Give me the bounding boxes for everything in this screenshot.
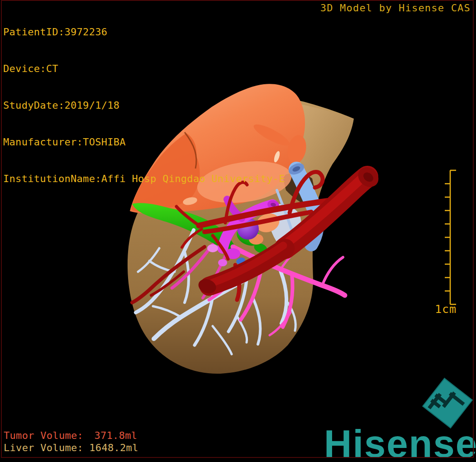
watermark-text: 3D Model by Hisense CAS bbox=[320, 2, 471, 14]
liver-volume-value: 1648.2ml bbox=[89, 442, 137, 454]
scale-bar bbox=[430, 164, 463, 313]
scale-bar-label: 1cm bbox=[429, 303, 462, 316]
tumor-volume-value: 371.8ml bbox=[89, 429, 137, 442]
device-line: Device:CT bbox=[3, 63, 285, 75]
institution-line: InstitutionName:Affi Hosp Qingdao Univer… bbox=[3, 173, 285, 185]
patient-info-overlay: PatientID:3972236 Device:CT StudyDate:20… bbox=[3, 1, 285, 209]
liver-volume-line: Liver Volume: 1648.2ml bbox=[4, 442, 137, 454]
cas-3d-viewer-window: PatientID:3972236 Device:CT StudyDate:20… bbox=[0, 0, 476, 462]
patient-id-line: PatientID:3972236 bbox=[3, 26, 285, 38]
liver-volume-label: Liver Volume: bbox=[4, 442, 83, 454]
hisense-wordmark: Hisense bbox=[324, 423, 476, 462]
tumor-volume-label: Tumor Volume: bbox=[4, 429, 83, 442]
manufacturer-line: Manufacturer:TOSHIBA bbox=[3, 136, 285, 148]
study-date-line: StudyDate:2019/1/18 bbox=[3, 99, 285, 111]
tumor-volume-line: Tumor Volume: 371.8ml bbox=[4, 429, 137, 442]
volume-readouts: Tumor Volume: 371.8ml Liver Volume: 1648… bbox=[4, 429, 137, 454]
